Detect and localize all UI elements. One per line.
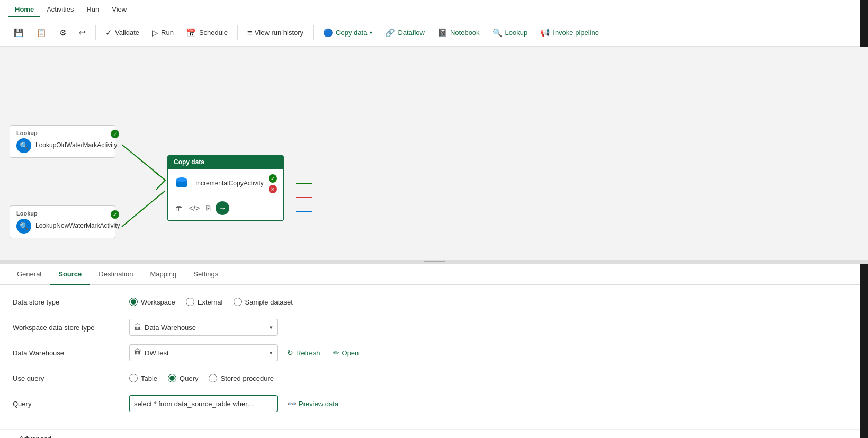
refresh-button[interactable]: ↻ Refresh: [284, 346, 324, 359]
use-query-label: Use query: [13, 374, 129, 382]
divider-1: [95, 25, 96, 40]
invoke-pipeline-label: Invoke pipeline: [553, 29, 599, 37]
radio-sample[interactable]: Sample dataset: [234, 298, 293, 306]
lookup-icon: 🔍: [493, 28, 503, 38]
lookup-node-2-body: 🔍 LookupNewWaterMarkActivity: [16, 219, 109, 234]
lookup-button[interactable]: 🔍 Lookup: [487, 25, 533, 40]
undo-button[interactable]: ↩: [74, 25, 91, 40]
validate-label: Validate: [115, 29, 139, 37]
validate-button[interactable]: ✓ Validate: [100, 25, 145, 40]
preview-data-icon: 👓: [287, 399, 296, 408]
svg-line-0: [122, 145, 165, 180]
view-run-history-label: View run history: [255, 29, 303, 37]
tab-general[interactable]: General: [8, 264, 50, 284]
use-query-control: Table Query Stored procedure: [129, 374, 855, 382]
code-node-button[interactable]: </>: [188, 203, 201, 213]
gear-icon: ⚙: [59, 28, 66, 38]
radio-stored-procedure-label: Stored procedure: [220, 374, 273, 382]
menu-home[interactable]: Home: [8, 2, 40, 16]
radio-workspace-input[interactable]: [129, 298, 138, 306]
query-row: Query 👓 Preview data: [13, 395, 855, 412]
preview-data-button[interactable]: 👓 Preview data: [284, 397, 342, 410]
next-node-button[interactable]: →: [216, 201, 229, 215]
notebook-button[interactable]: 📓 Notebook: [432, 25, 485, 40]
radio-external[interactable]: External: [186, 298, 223, 306]
radio-stored-procedure-input[interactable]: [209, 374, 217, 382]
radio-table[interactable]: Table: [129, 374, 157, 382]
data-warehouse-label: Data Warehouse: [13, 349, 129, 357]
schedule-button[interactable]: 📅 Schedule: [181, 25, 233, 40]
data-store-type-control: Workspace External Sample dataset: [129, 298, 855, 306]
svg-rect-7: [176, 181, 187, 182]
radio-table-input[interactable]: [129, 374, 138, 382]
copy-data-dropdown-arrow: ▾: [370, 30, 372, 35]
copy-data-node[interactable]: Copy data IncrementalCopyActivity ✓ ✕: [167, 155, 284, 221]
radio-sample-input[interactable]: [234, 298, 242, 306]
bottom-panel: General Source Destination Mapping Setti…: [0, 264, 868, 438]
radio-external-input[interactable]: [186, 298, 194, 306]
query-label: Query: [13, 400, 129, 408]
warehouse-icon: 🏛: [134, 323, 141, 332]
lookup-label: Lookup: [505, 29, 528, 37]
divider-3: [313, 25, 314, 40]
query-input[interactable]: [129, 395, 278, 412]
clone-node-button[interactable]: ⎘: [205, 203, 211, 213]
copy-data-button[interactable]: 🔵 Copy data ▾: [318, 25, 378, 40]
lookup-node-2-icon: 🔍: [16, 219, 31, 234]
advanced-chevron: ›: [13, 436, 15, 439]
lookup-node-2-title: Lookup: [16, 210, 109, 217]
copy-error-badge: ✕: [269, 185, 277, 193]
lookup-node-1[interactable]: Lookup 🔍 LookupOldWaterMarkActivity ✓: [10, 125, 115, 158]
menu-activities[interactable]: Activities: [40, 2, 80, 16]
view-run-history-button[interactable]: ≡ View run history: [242, 25, 309, 40]
radio-table-label: Table: [141, 374, 157, 382]
pipeline-canvas[interactable]: Lookup 🔍 LookupOldWaterMarkActivity ✓ Lo…: [0, 47, 868, 264]
use-query-radio-group: Table Query Stored procedure: [129, 374, 274, 382]
lookup-node-1-body: 🔍 LookupOldWaterMarkActivity: [16, 138, 109, 153]
workspace-data-store-type-arrow: ▾: [270, 324, 273, 331]
dataflow-icon: 🔗: [385, 28, 395, 38]
radio-stored-procedure[interactable]: Stored procedure: [209, 374, 273, 382]
lookup-node-1-title: Lookup: [16, 130, 109, 136]
invoke-pipeline-button[interactable]: 📢 Invoke pipeline: [535, 25, 604, 40]
saveas-button[interactable]: 📋: [31, 25, 52, 40]
run-button[interactable]: ▷ Run: [147, 25, 179, 40]
copy-data-node-body: IncrementalCopyActivity ✓ ✕ 🗑 </> ⎘ →: [167, 169, 284, 221]
data-store-type-radio-group: Workspace External Sample dataset: [129, 298, 293, 306]
workspace-data-store-type-dropdown[interactable]: 🏛 Data Warehouse ▾: [129, 319, 278, 336]
tab-settings[interactable]: Settings: [185, 264, 227, 284]
radio-workspace-label: Workspace: [141, 298, 175, 306]
undo-icon: ↩: [79, 28, 86, 38]
divider-2: [237, 25, 238, 40]
history-icon: ≡: [247, 28, 252, 37]
copy-data-label: Copy data: [336, 29, 367, 37]
save-button[interactable]: 💾: [8, 25, 29, 40]
canvas-resize-handle[interactable]: [0, 260, 868, 263]
lookup-node-2[interactable]: Lookup 🔍 LookupNewWaterMarkActivity ✓: [10, 205, 115, 238]
source-form: Data store type Workspace External Sampl…: [0, 285, 868, 429]
schedule-label: Schedule: [199, 29, 228, 37]
menu-view[interactable]: View: [105, 2, 133, 16]
tab-mapping[interactable]: Mapping: [141, 264, 185, 284]
radio-workspace[interactable]: Workspace: [129, 298, 175, 306]
notebook-icon: 📓: [437, 28, 448, 38]
tab-destination[interactable]: Destination: [90, 264, 141, 284]
delete-node-button[interactable]: 🗑: [174, 203, 184, 213]
radio-query[interactable]: Query: [168, 374, 198, 382]
open-button[interactable]: ✏ Open: [330, 346, 362, 359]
tab-source[interactable]: Source: [50, 264, 90, 284]
copy-success-badge: ✓: [269, 174, 277, 183]
lookup-node-1-icon: 🔍: [16, 138, 31, 153]
advanced-section[interactable]: › Advanced: [0, 429, 868, 438]
menu-run[interactable]: Run: [80, 2, 105, 16]
dataflow-button[interactable]: 🔗 Dataflow: [380, 25, 430, 40]
data-warehouse-dropdown[interactable]: 🏛 DWTest ▾: [129, 344, 278, 361]
settings-button[interactable]: ⚙: [54, 25, 71, 40]
open-label: Open: [342, 349, 359, 357]
radio-query-input[interactable]: [168, 374, 176, 382]
data-warehouse-arrow: ▾: [270, 350, 273, 356]
data-warehouse-value: DWTest: [145, 349, 169, 357]
copy-data-node-icon: [174, 175, 191, 192]
advanced-label: Advanced: [19, 435, 52, 438]
radio-query-label: Query: [180, 374, 198, 382]
